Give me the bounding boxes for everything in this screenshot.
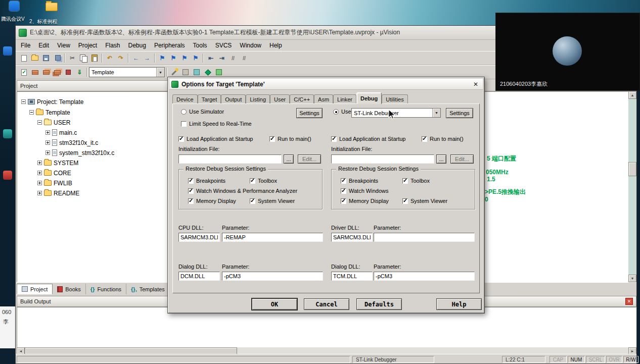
tab-target[interactable]: Target (198, 94, 221, 104)
translate-icon[interactable] (18, 67, 29, 77)
menu-window[interactable]: Window (236, 41, 265, 50)
menu-flash[interactable]: Flash (101, 41, 124, 50)
scrollbar-thumb[interactable] (628, 162, 636, 176)
sim-browse-button[interactable]: ... (284, 154, 294, 164)
driver-parameter-input[interactable] (374, 233, 475, 242)
dbg-browse-button[interactable]: ... (436, 154, 446, 164)
editor-vertical-scrollbar[interactable]: ▲ ▼ (628, 91, 636, 282)
nav-forward-icon[interactable]: → (142, 53, 153, 63)
checkbox-icon[interactable] (188, 198, 194, 204)
expand-icon[interactable] (37, 181, 42, 185)
tab-c-cpp[interactable]: C/C++ (290, 94, 314, 104)
sim-dialog-parameter-input[interactable] (222, 272, 323, 281)
sim-init-file-input[interactable] (178, 154, 282, 164)
expand-icon[interactable] (45, 130, 50, 135)
expand-icon[interactable] (37, 171, 42, 175)
sim-system-viewer-checkbox[interactable]: System Viewer (250, 198, 295, 204)
expand-icon[interactable] (37, 191, 42, 195)
sim-edit-button[interactable]: Edit... (298, 154, 321, 164)
manage-run-time-environment-icon[interactable] (213, 67, 224, 77)
tree-item-project-root[interactable]: Project: Template (21, 97, 84, 107)
tab-device[interactable]: Device (172, 94, 198, 104)
menu-peripherals[interactable]: Peripherals (150, 41, 189, 50)
scroll-down-icon[interactable]: ▼ (628, 275, 636, 282)
radio-icon[interactable] (181, 109, 187, 115)
checkbox-icon[interactable] (269, 136, 275, 142)
tree-item-readme[interactable]: README (37, 188, 79, 198)
tab-asm[interactable]: Asm (314, 94, 333, 104)
checkbox-icon[interactable] (250, 178, 255, 184)
expand-icon[interactable] (45, 140, 50, 145)
desktop-shortcut-icon[interactable] (3, 171, 12, 180)
cut-icon[interactable]: ✂ (67, 53, 78, 63)
open-file-icon[interactable] (29, 53, 40, 63)
expand-icon[interactable] (37, 161, 42, 165)
sim-breakpoints-checkbox[interactable]: Breakpoints (188, 178, 225, 184)
sim-dialog-dll-input[interactable] (178, 272, 220, 281)
checkbox-icon[interactable] (402, 198, 408, 204)
defaults-button[interactable]: Defaults (356, 298, 402, 310)
manage-project-items-icon[interactable] (191, 67, 202, 77)
scroll-up-icon[interactable]: ▲ (628, 91, 636, 99)
checkbox-icon[interactable] (341, 178, 346, 184)
tab-output[interactable]: Output (221, 94, 246, 104)
simulator-settings-button[interactable]: Settings (296, 108, 323, 118)
save-all-icon[interactable] (52, 53, 63, 63)
tree-item-stm32f10x-it-c[interactable]: stm32f10x_it.c (45, 138, 98, 147)
close-icon[interactable]: ✕ (471, 80, 481, 88)
checkbox-icon[interactable] (250, 198, 255, 204)
ok-button[interactable]: OK (252, 298, 297, 310)
tab-utilities[interactable]: Utilities (382, 94, 407, 104)
dbg-run-to-main-checkbox[interactable]: Run to main() (422, 136, 464, 142)
undo-icon[interactable]: ↶ (104, 53, 115, 63)
checkbox-icon[interactable] (422, 136, 427, 142)
tree-item-system[interactable]: SYSTEM (37, 158, 78, 168)
tree-item-core[interactable]: CORE (37, 168, 71, 178)
checkbox-icon[interactable] (341, 198, 346, 204)
dbg-edit-button[interactable]: Edit... (450, 154, 474, 164)
tab-functions[interactable]: {} Functions (86, 284, 126, 294)
menu-svcs[interactable]: SVCS (211, 41, 236, 50)
dbg-breakpoints-checkbox[interactable]: Breakpoints (341, 178, 378, 184)
bookmark-next-icon[interactable]: ⚑ (179, 53, 190, 63)
driver-dll-input[interactable] (331, 233, 373, 242)
bookmark-toggle-icon[interactable]: ⚑ (157, 53, 168, 63)
tree-item-template[interactable]: Template (29, 108, 70, 117)
tab-templates[interactable]: {}, Templates (126, 284, 170, 294)
checkbox-icon[interactable] (331, 136, 337, 142)
chevron-down-icon[interactable]: ▼ (156, 68, 164, 77)
tab-books[interactable]: Books (53, 284, 86, 294)
uncomment-icon[interactable]: // (239, 53, 250, 63)
indent-icon[interactable]: ⇥ (216, 53, 227, 63)
save-icon[interactable] (40, 53, 52, 63)
checkbox-icon[interactable] (188, 178, 194, 184)
dbg-memory-display-checkbox[interactable]: Memory Display (341, 198, 389, 204)
bookmark-prev-icon[interactable]: ⚑ (168, 53, 179, 63)
tab-user[interactable]: User (270, 94, 290, 104)
rebuild-icon[interactable] (40, 67, 52, 77)
use-simulator-radio[interactable]: Use Simulator (181, 109, 224, 115)
paste-icon[interactable] (89, 53, 100, 63)
dbg-watch-windows-checkbox[interactable]: Watch Windows (341, 188, 388, 194)
menu-file[interactable]: File (17, 41, 34, 50)
checkbox-icon[interactable] (181, 121, 187, 127)
comment-icon[interactable]: // (227, 53, 239, 63)
chevron-down-icon[interactable]: ▼ (432, 109, 440, 117)
file-extensions-icon[interactable] (180, 67, 191, 77)
dbg-dialog-dll-input[interactable] (331, 272, 373, 281)
dbg-toolbox-checkbox[interactable]: Toolbox (402, 178, 430, 184)
close-icon[interactable]: ✕ (625, 298, 633, 305)
checkbox-icon[interactable] (341, 188, 346, 194)
sim-watch-windows-checkbox[interactable]: Watch Windows & Performance Analyzer (188, 188, 297, 194)
checkbox-icon[interactable] (402, 178, 408, 184)
tree-item-user[interactable]: USER (37, 118, 70, 127)
copy-icon[interactable] (78, 53, 89, 63)
dbg-dialog-parameter-input[interactable] (374, 272, 475, 281)
pack-installer-icon[interactable] (202, 67, 213, 77)
use-debugger-radio[interactable]: Use: (333, 109, 353, 115)
collapse-icon[interactable] (29, 110, 34, 115)
tree-item-system-stm32f10x-c[interactable]: system_stm32f10x.c (45, 148, 114, 158)
build-icon[interactable] (29, 67, 40, 77)
menu-debug[interactable]: Debug (124, 41, 150, 50)
tree-item-fwlib[interactable]: FWLIB (37, 178, 72, 188)
